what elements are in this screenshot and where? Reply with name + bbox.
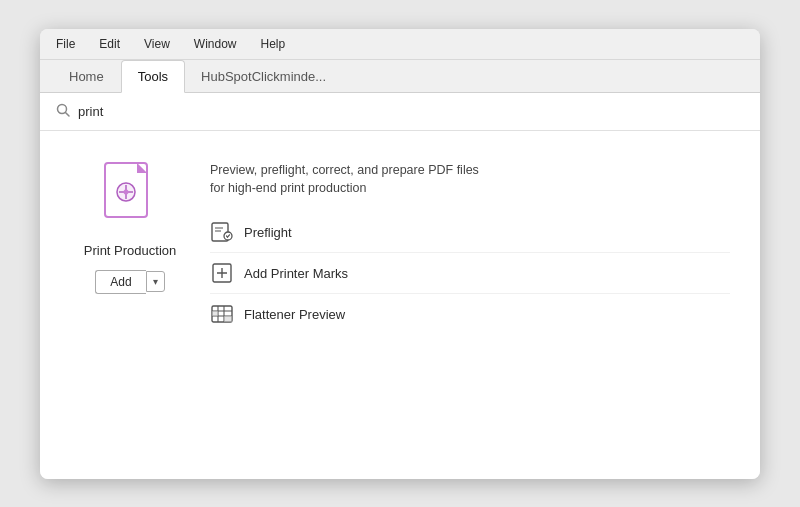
tab-tools[interactable]: Tools — [121, 60, 185, 93]
svg-rect-23 — [224, 316, 232, 322]
tool-left: Print Production Add ▾ — [70, 161, 190, 294]
flattener-icon — [210, 302, 234, 326]
add-button[interactable]: Add — [95, 270, 145, 294]
tab-bar: Home Tools HubSpotClickminde... — [40, 60, 760, 93]
feature-preflight[interactable]: Preflight — [210, 212, 730, 253]
printer-marks-icon — [210, 261, 234, 285]
tab-hubspot[interactable]: HubSpotClickminde... — [185, 61, 342, 92]
tool-right: Preview, preflight, correct, and prepare… — [210, 161, 730, 335]
search-bar — [40, 93, 760, 131]
main-content: Print Production Add ▾ Preview, prefligh… — [40, 131, 760, 479]
svg-line-1 — [66, 112, 70, 116]
search-icon — [56, 103, 70, 120]
tool-name: Print Production — [84, 243, 177, 258]
menu-edit[interactable]: Edit — [95, 35, 124, 53]
add-dropdown-button[interactable]: ▾ — [146, 271, 165, 292]
add-button-group: Add ▾ — [95, 270, 164, 294]
tool-card: Print Production Add ▾ Preview, prefligh… — [70, 161, 730, 335]
tab-home[interactable]: Home — [52, 60, 121, 93]
tool-features: Preflight Add Printer Marks — [210, 212, 730, 334]
feature-flattener[interactable]: Flattener Preview — [210, 294, 730, 334]
menu-view[interactable]: View — [140, 35, 174, 53]
flattener-label: Flattener Preview — [244, 307, 345, 322]
printer-marks-label: Add Printer Marks — [244, 266, 348, 281]
menu-help[interactable]: Help — [257, 35, 290, 53]
tool-description: Preview, preflight, correct, and prepare… — [210, 161, 490, 199]
preflight-label: Preflight — [244, 225, 292, 240]
application-window: File Edit View Window Help Home Tools Hu… — [40, 29, 760, 479]
preflight-icon — [210, 220, 234, 244]
menu-bar: File Edit View Window Help — [40, 29, 760, 60]
search-input[interactable] — [78, 104, 744, 119]
svg-rect-22 — [212, 311, 218, 316]
menu-window[interactable]: Window — [190, 35, 241, 53]
menu-file[interactable]: File — [52, 35, 79, 53]
print-production-icon — [100, 161, 160, 231]
feature-printer-marks[interactable]: Add Printer Marks — [210, 253, 730, 294]
